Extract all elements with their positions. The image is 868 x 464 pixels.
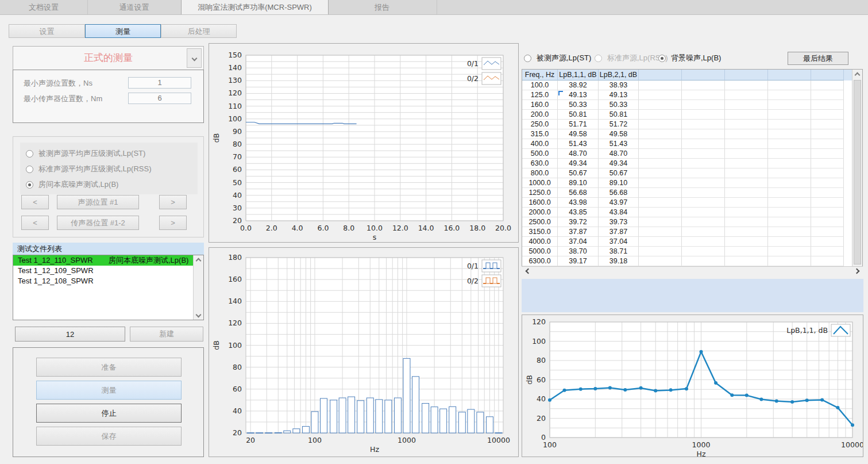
table-cell[interactable]: 51.43: [558, 139, 599, 149]
subtab-measure[interactable]: 测量: [85, 24, 161, 38]
table-cell[interactable]: [639, 110, 682, 120]
results-table[interactable]: Freq., HzLpB,1,1, dBLpB,2,1, dB100.038.9…: [522, 69, 863, 275]
view-radio-lp-rss[interactable]: 标准声源,Lp(RSS): [595, 53, 668, 63]
table-cell[interactable]: [725, 227, 768, 237]
table-cell[interactable]: 51.43: [599, 139, 639, 149]
stop-button[interactable]: 停止: [36, 404, 182, 423]
table-row[interactable]: 160.050.3350.33: [522, 100, 862, 110]
table-cell[interactable]: 39.73: [599, 217, 639, 227]
table-cell[interactable]: 49.34: [558, 159, 599, 168]
table-cell[interactable]: 39.72: [558, 217, 599, 227]
new-file-button[interactable]: 新建: [130, 327, 203, 342]
table-cell[interactable]: 500.0: [522, 149, 558, 159]
table-cell[interactable]: [725, 129, 768, 139]
table-cell[interactable]: 49.34: [599, 159, 639, 168]
table-row[interactable]: 1250.056.6856.68: [522, 188, 862, 198]
table-cell[interactable]: 4000.0: [522, 237, 558, 247]
table-cell[interactable]: [682, 208, 725, 217]
table-cell[interactable]: [682, 80, 725, 90]
table-cell[interactable]: 43.85: [558, 208, 599, 217]
table-cell[interactable]: [682, 159, 725, 168]
table-cell[interactable]: 49.13: [558, 90, 599, 100]
table-cell[interactable]: [725, 208, 768, 217]
table-row[interactable]: 1600.043.9843.97: [522, 198, 862, 208]
table-cell[interactable]: 50.67: [599, 168, 639, 178]
table-cell[interactable]: 50.33: [599, 100, 639, 110]
radio-lp-rss[interactable]: 标准声源平均声压级测试,Lp(RSS): [26, 164, 151, 174]
table-cell[interactable]: [811, 110, 844, 120]
table-cell[interactable]: 3150.0: [522, 227, 558, 237]
table-row[interactable]: 125.049.1349.13: [522, 90, 862, 100]
table-cell[interactable]: [639, 90, 682, 100]
table-cell[interactable]: [811, 237, 844, 247]
final-result-button[interactable]: 最后结果: [788, 52, 848, 65]
table-cell[interactable]: [768, 80, 811, 90]
table-cell[interactable]: 56.68: [558, 188, 599, 198]
table-cell[interactable]: [639, 247, 682, 256]
table-cell[interactable]: [768, 178, 811, 188]
table-cell[interactable]: 100.0: [522, 80, 558, 90]
table-cell[interactable]: [768, 129, 811, 139]
table-cell[interactable]: [768, 247, 811, 256]
table-cell[interactable]: [768, 198, 811, 208]
table-cell[interactable]: 630.0: [522, 159, 558, 168]
table-cell[interactable]: [639, 198, 682, 208]
table-row[interactable]: 500.048.7048.70: [522, 149, 862, 159]
source-prev-button[interactable]: <: [21, 195, 49, 209]
table-cell[interactable]: 37.87: [599, 227, 639, 237]
table-cell[interactable]: 38.92: [558, 80, 599, 90]
table-cell[interactable]: 48.70: [599, 149, 639, 159]
dropdown-button[interactable]: [187, 48, 202, 68]
subtab-setup[interactable]: 设置: [9, 24, 85, 38]
table-cell[interactable]: 160.0: [522, 100, 558, 110]
table-cell[interactable]: [682, 139, 725, 149]
table-cell[interactable]: [811, 168, 844, 178]
table-cell[interactable]: [639, 120, 682, 129]
radio-lp-st[interactable]: 被测声源平均声压级测试,Lp(ST): [26, 148, 145, 159]
file-list-scrollbar[interactable]: [193, 255, 203, 320]
table-cell[interactable]: 200.0: [522, 110, 558, 120]
table-row[interactable]: 250.051.7151.72: [522, 120, 862, 129]
table-cell[interactable]: [768, 100, 811, 110]
table-cell[interactable]: [811, 80, 844, 90]
tab-mcr-spwr[interactable]: 混响室法测试声功率(MCR-SPWR): [181, 0, 329, 14]
table-cell[interactable]: [639, 237, 682, 247]
table-cell[interactable]: [682, 256, 725, 266]
table-cell[interactable]: 400.0: [522, 139, 558, 149]
table-cell[interactable]: [725, 90, 768, 100]
table-cell[interactable]: [682, 178, 725, 188]
table-cell[interactable]: 39.17: [558, 256, 599, 266]
table-row[interactable]: 400.051.4351.43: [522, 139, 862, 149]
table-cell[interactable]: [768, 90, 811, 100]
test-file-list[interactable]: Test 1_12_110_SPWR房间本底噪声测试,Lp(B) Test 1_…: [13, 255, 204, 320]
table-cell[interactable]: [682, 100, 725, 110]
table-cell[interactable]: [811, 120, 844, 129]
table-cell[interactable]: 38.93: [599, 80, 639, 90]
table-cell[interactable]: 1000.0: [522, 178, 558, 188]
table-cell[interactable]: [725, 139, 768, 149]
list-item[interactable]: Test 1_12_109_SPWR: [13, 266, 203, 276]
table-cell[interactable]: 48.70: [558, 149, 599, 159]
table-cell[interactable]: [811, 149, 844, 159]
table-v-scrollbar[interactable]: [852, 70, 862, 275]
table-cell[interactable]: [639, 139, 682, 149]
mic-prev-button[interactable]: <: [21, 216, 49, 230]
table-cell[interactable]: 89.10: [558, 178, 599, 188]
table-cell[interactable]: [811, 188, 844, 198]
table-cell[interactable]: [725, 168, 768, 178]
tab-document-settings[interactable]: 文档设置: [0, 0, 88, 14]
table-cell[interactable]: [639, 256, 682, 266]
table-cell[interactable]: 50.67: [558, 168, 599, 178]
table-cell[interactable]: [811, 129, 844, 139]
table-cell[interactable]: 50.81: [599, 110, 639, 120]
table-cell[interactable]: [811, 256, 844, 266]
table-cell[interactable]: 89.10: [599, 178, 639, 188]
view-radio-lp-b[interactable]: 背景噪声,Lp(B): [658, 53, 721, 63]
tab-report[interactable]: 报告: [327, 0, 437, 14]
measurement-mode-dropdown[interactable]: 正式的测量: [13, 46, 204, 70]
table-cell[interactable]: 37.87: [558, 227, 599, 237]
table-cell[interactable]: [725, 247, 768, 256]
source-next-button[interactable]: >: [159, 195, 187, 209]
table-row[interactable]: 800.050.6750.67: [522, 168, 862, 178]
table-cell[interactable]: [725, 110, 768, 120]
